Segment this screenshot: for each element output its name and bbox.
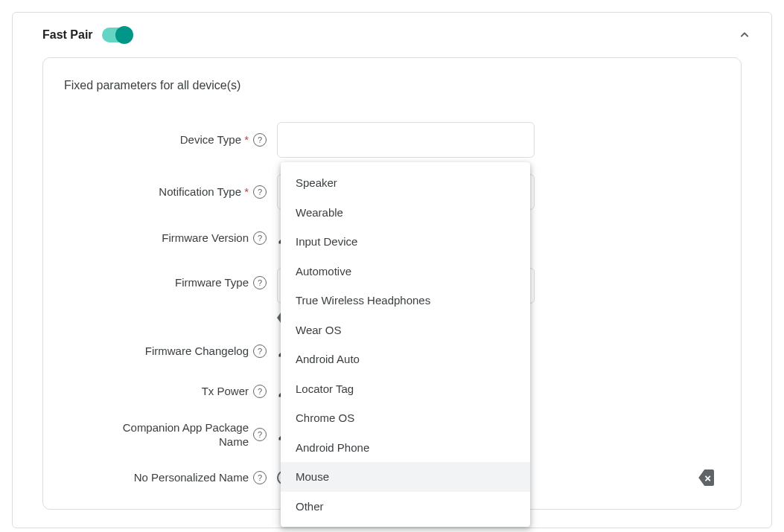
firmware-version-label: Firmware Version [162, 231, 249, 246]
dropdown-item[interactable]: Locator Tag [281, 374, 530, 404]
clear-no-personalized-button[interactable]: × [698, 469, 714, 486]
dropdown-item[interactable]: Input Device [281, 227, 530, 257]
dropdown-item[interactable]: True Wireless Headphones [281, 286, 530, 315]
fixed-parameters-card: Fixed parameters for all device(s) Devic… [42, 57, 742, 510]
firmware-type-label: Firmware Type [175, 275, 249, 290]
firmware-changelog-label: Firmware Changelog [145, 344, 249, 359]
dropdown-item[interactable]: Chrome OS [281, 403, 530, 433]
help-icon[interactable]: ? [253, 428, 267, 441]
dropdown-item[interactable]: Mouse [281, 462, 530, 492]
dropdown-item[interactable]: Android Phone [281, 433, 530, 463]
device-type-dropdown[interactable]: SpeakerWearableInput DeviceAutomotiveTru… [281, 162, 530, 527]
dropdown-item[interactable]: Wear OS [281, 315, 530, 345]
panel-header: Fast Pair [13, 13, 771, 57]
collapse-chevron-icon[interactable] [736, 26, 753, 44]
toggle-knob [115, 26, 133, 44]
device-type-select[interactable] [277, 122, 535, 158]
tx-power-label: Tx Power [202, 384, 249, 399]
help-icon[interactable]: ? [253, 276, 267, 289]
dropdown-item[interactable]: Wearable [281, 198, 530, 228]
device-type-label: Device Type * [180, 132, 249, 147]
help-icon[interactable]: ? [253, 231, 267, 245]
help-icon[interactable]: ? [253, 133, 267, 147]
no-personalized-name-label: No Personalized Name [134, 470, 249, 485]
dropdown-item[interactable]: Android Auto [281, 344, 530, 374]
help-icon[interactable]: ? [253, 344, 267, 358]
notification-type-label: Notification Type * [159, 185, 249, 199]
help-icon[interactable]: ? [253, 185, 267, 199]
close-icon: × [704, 472, 711, 484]
companion-app-label: Companion App Package Name [100, 420, 249, 449]
card-title: Fixed parameters for all device(s) [64, 79, 720, 92]
fast-pair-toggle[interactable] [102, 28, 132, 42]
dropdown-item[interactable]: Automotive [281, 257, 530, 286]
dropdown-item[interactable]: Other [281, 492, 530, 522]
help-icon[interactable]: ? [253, 385, 267, 398]
dropdown-item[interactable]: Speaker [281, 168, 530, 198]
panel-title: Fast Pair [42, 28, 93, 42]
help-icon[interactable]: ? [253, 471, 267, 484]
fast-pair-panel: Fast Pair Fixed parameters for all devic… [12, 12, 772, 528]
row-device-type: Device Type * ? [64, 119, 720, 161]
